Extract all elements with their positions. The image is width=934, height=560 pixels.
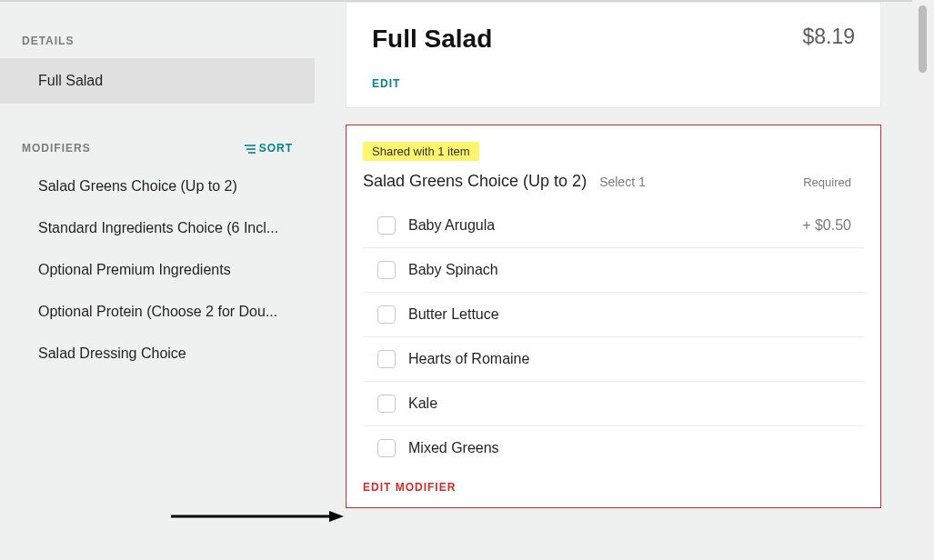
option-label: Kale	[408, 395, 851, 412]
option-checkbox[interactable]	[377, 261, 396, 279]
option-row: Kale	[363, 382, 864, 426]
sidebar-modifier-item[interactable]: Salad Dressing Choice	[0, 333, 309, 375]
option-row: Hearts of Romaine	[363, 337, 864, 382]
option-price: + $0.50	[802, 217, 851, 234]
item-title: Full Salad	[372, 25, 492, 54]
details-header: DETAILS	[0, 2, 315, 58]
option-label: Baby Spinach	[408, 262, 851, 278]
sidebar-modifier-item[interactable]: Optional Premium Ingredients	[0, 249, 309, 291]
option-label: Hearts of Romaine	[408, 351, 851, 367]
shared-badge: Shared with 1 item	[363, 142, 479, 161]
modifier-title-row: Salad Greens Choice (Up to 2) Select 1 R…	[346, 161, 880, 191]
edit-item-button[interactable]: EDIT	[372, 77, 400, 90]
option-checkbox[interactable]	[377, 439, 396, 457]
option-row: Baby Arugula + $0.50	[363, 204, 864, 248]
modifiers-list: Salad Greens Choice (Up to 2) Standard I…	[0, 165, 315, 375]
app-container: DETAILS Full Salad MODIFIERS SORT Salad …	[0, 0, 912, 560]
option-label: Butter Lettuce	[408, 306, 851, 323]
modifier-select-text: Select 1	[599, 175, 646, 189]
sidebar-modifier-item[interactable]: Optional Protein (Choose 2 for Dou...	[0, 291, 309, 333]
sort-icon	[245, 144, 256, 153]
sort-label: SORT	[259, 142, 293, 155]
option-label: Mixed Greens	[408, 440, 851, 456]
option-checkbox[interactable]	[377, 395, 396, 413]
sidebar: DETAILS Full Salad MODIFIERS SORT Salad …	[0, 0, 315, 560]
option-label: Baby Arugula	[408, 217, 802, 234]
sidebar-modifier-item[interactable]: Standard Ingredients Choice (6 Incl...	[0, 207, 309, 249]
scrollbar-thumb[interactable]	[919, 5, 927, 73]
option-checkbox[interactable]	[377, 350, 396, 368]
modifiers-header-label: MODIFIERS	[22, 142, 91, 155]
modifier-set-title: Salad Greens Choice (Up to 2)	[363, 172, 587, 191]
main-content: Full Salad $8.19 EDIT Shared with 1 item…	[315, 0, 912, 560]
option-row: Baby Spinach	[363, 248, 864, 293]
sidebar-modifier-item[interactable]: Salad Greens Choice (Up to 2)	[0, 165, 309, 207]
item-card: Full Salad $8.19 EDIT	[346, 2, 881, 108]
modifier-title-left: Salad Greens Choice (Up to 2) Select 1	[363, 172, 646, 191]
modifiers-header-row: MODIFIERS SORT	[0, 104, 315, 165]
edit-modifier-button[interactable]: EDIT MODIFIER	[346, 481, 456, 494]
item-price: $8.19	[802, 25, 855, 49]
item-header: Full Salad $8.19	[372, 25, 855, 54]
modifier-set-card: Shared with 1 item Salad Greens Choice (…	[346, 125, 881, 508]
sort-button[interactable]: SORT	[245, 142, 293, 155]
option-checkbox[interactable]	[377, 216, 396, 235]
option-row: Butter Lettuce	[363, 293, 864, 337]
option-checkbox[interactable]	[377, 305, 396, 324]
modifier-required-text: Required	[803, 175, 851, 189]
options-list: Baby Arugula + $0.50 Baby Spinach Butter…	[346, 204, 880, 470]
details-item[interactable]: Full Salad	[0, 58, 315, 104]
option-row: Mixed Greens	[363, 426, 864, 470]
